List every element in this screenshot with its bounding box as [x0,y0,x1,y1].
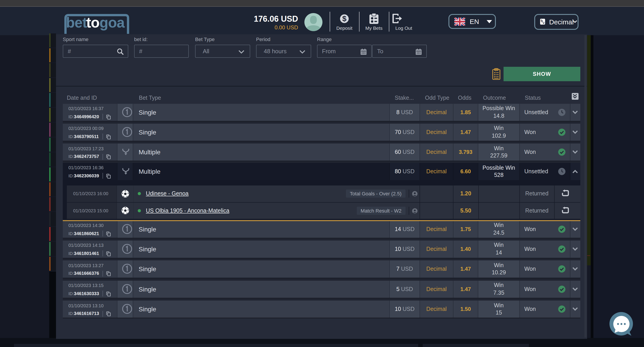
svg-text:to: to [86,14,99,31]
svg-text:$: $ [342,14,346,23]
svg-text:/: / [542,20,543,23]
svg-text:bet: bet [66,14,87,31]
svg-text:2: 2 [543,21,544,24]
svg-text:goa: goa [100,14,125,31]
